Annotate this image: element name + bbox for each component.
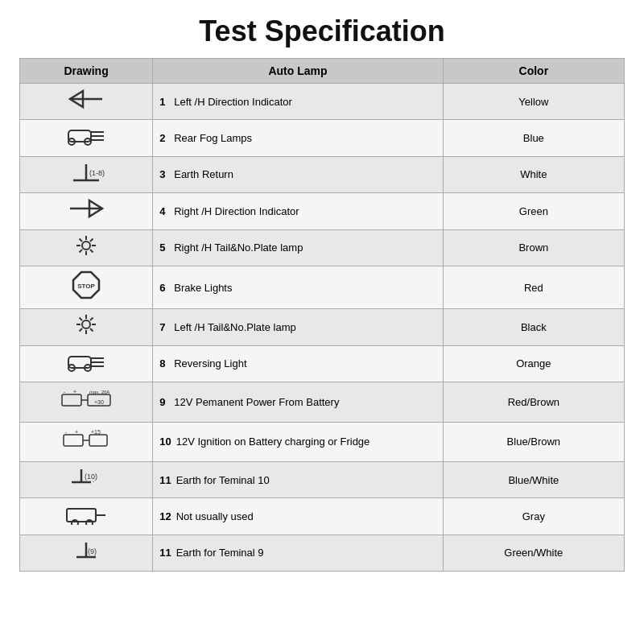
lamp-cell-0: 1Left /H Direction Indicator [153, 84, 443, 120]
lamp-name: 12V Ignition on Battery charging or Frid… [159, 436, 436, 448]
drawing-cell-0 [20, 84, 153, 120]
svg-text:+: + [73, 389, 76, 394]
svg-line-21 [80, 250, 83, 253]
svg-rect-56 [67, 509, 96, 522]
drawing-cell-5: STOP [20, 266, 153, 308]
lamp-number: 1 [159, 96, 165, 108]
color-cell-7: Orange [443, 345, 624, 382]
table-row: (1-8)3Earth ReturnWhite [20, 156, 625, 192]
table-row: -++151012V Ignition on Battery charging … [20, 422, 625, 461]
lamp-number: 5 [159, 242, 165, 254]
table-row: (9)11Earth for Teminal 9Green/White [20, 535, 625, 571]
color-cell-3: Green [443, 193, 624, 229]
color-cell-4: Brown [443, 229, 624, 266]
lamp-name: Right /H Direction Indicator [159, 205, 436, 217]
lamp-number: 2 [159, 132, 165, 144]
drawing-cell-3 [20, 193, 153, 229]
svg-line-32 [80, 328, 83, 332]
lamp-cell-9: 1012V Ignition on Battery charging or Fr… [153, 422, 443, 461]
svg-rect-33 [68, 357, 91, 368]
svg-point-24 [82, 320, 90, 328]
header-color: Color [443, 59, 624, 84]
lamp-cell-4: 5Right /H Tail&No.Plate lamp [153, 229, 443, 266]
lamp-name: Right /H Tail&No.Plate lamp [159, 242, 436, 254]
table-row: 7Left /H Tail&No.Plate lampBlack [20, 309, 625, 345]
color-cell-2: White [443, 156, 624, 192]
header-drawing: Drawing [20, 59, 153, 84]
lamp-number: 12 [159, 510, 171, 522]
header-lamp: Auto Lamp [153, 59, 443, 84]
lamp-name: Earth for Teminal 9 [159, 547, 436, 559]
lamp-cell-2: 3Earth Return [153, 156, 443, 192]
lamp-number: 8 [159, 357, 165, 369]
lamp-name: Brake Lights [159, 282, 436, 294]
lamp-cell-10: 11Earth for Teminal 10 [153, 461, 443, 497]
svg-text:-: - [65, 429, 68, 435]
lamp-number: 10 [159, 436, 171, 448]
color-cell-11: Gray [443, 498, 624, 535]
drawing-cell-9: -++15 [20, 422, 153, 461]
svg-line-31 [90, 318, 93, 321]
svg-text:+30: +30 [94, 399, 104, 405]
lamp-name: Rear Fog Lamps [159, 132, 436, 144]
lamp-name: Not usually used [159, 510, 436, 522]
table-row: 5Right /H Tail&No.Plate lampBrown [20, 229, 625, 266]
svg-line-18 [80, 238, 83, 242]
table-row: 8Reversing LightOrange [20, 345, 625, 382]
svg-text:(9): (9) [88, 547, 97, 555]
svg-rect-50 [89, 435, 107, 446]
lamp-cell-8: 912V Pemanent Power From Battery [153, 382, 443, 422]
lamp-name: Left /H Direction Indicator [159, 96, 436, 108]
drawing-cell-10: (10): [20, 461, 153, 497]
table-row: STOP6Brake LightsRed [20, 266, 625, 308]
lamp-name: Earth Return [159, 168, 436, 180]
lamp-name: 12V Pemanent Power From Battery [159, 396, 436, 408]
svg-point-13 [82, 242, 90, 250]
drawing-cell-7 [20, 345, 153, 382]
drawing-cell-11 [20, 498, 153, 535]
svg-line-30 [90, 328, 93, 332]
color-cell-1: Blue [443, 120, 624, 156]
svg-text:+15: +15 [91, 429, 101, 435]
color-cell-10: Blue/White [443, 461, 624, 497]
svg-line-20 [90, 238, 93, 242]
lamp-name: Reversing Light [159, 357, 436, 369]
drawing-cell-2: (1-8) [20, 156, 153, 192]
spec-table: Drawing Auto Lamp Color 1Left /H Directi… [19, 58, 625, 572]
svg-text::: : [93, 476, 95, 484]
lamp-number: 4 [159, 205, 165, 217]
table-row: 12Not usually usedGray [20, 498, 625, 535]
lamp-cell-3: 4Right /H Direction Indicator [153, 193, 443, 229]
page-title: Test Specification [0, 0, 644, 58]
lamp-cell-7: 8Reversing Light [153, 345, 443, 382]
table-row: 4Right /H Direction IndicatorGreen [20, 193, 625, 229]
svg-text:STOP: STOP [77, 283, 95, 290]
svg-text:(1-8): (1-8) [89, 169, 105, 177]
lamp-number: 11 [159, 547, 171, 559]
svg-text:(10): (10) [85, 473, 97, 481]
lamp-name: Earth for Teminal 10 [159, 474, 436, 486]
svg-line-19 [90, 250, 93, 253]
table-row: 1Left /H Direction IndicatorYellow [20, 84, 625, 120]
lamp-number: 3 [159, 168, 165, 180]
svg-rect-39 [62, 394, 81, 406]
svg-text:+: + [75, 429, 78, 435]
color-cell-0: Yellow [443, 84, 624, 120]
svg-text:max. 20A: max. 20A [89, 390, 109, 394]
svg-text:-: - [64, 389, 66, 394]
drawing-cell-1 [20, 120, 153, 156]
lamp-name: Left /H Tail&No.Plate lamp [159, 321, 436, 333]
lamp-cell-11: 12Not usually used [153, 498, 443, 535]
lamp-number: 6 [159, 282, 165, 294]
lamp-cell-1: 2Rear Fog Lamps [153, 120, 443, 156]
color-cell-12: Green/White [443, 535, 624, 571]
lamp-cell-5: 6Brake Lights [153, 266, 443, 308]
drawing-cell-12: (9) [20, 535, 153, 571]
color-cell-6: Black [443, 309, 624, 345]
table-row: -+max. 20A+30912V Pemanent Power From Ba… [20, 382, 625, 422]
lamp-number: 7 [159, 321, 165, 333]
color-cell-8: Red/Brown [443, 382, 624, 422]
color-cell-5: Red [443, 266, 624, 308]
drawing-cell-6 [20, 309, 153, 345]
lamp-number: 11 [159, 474, 171, 486]
